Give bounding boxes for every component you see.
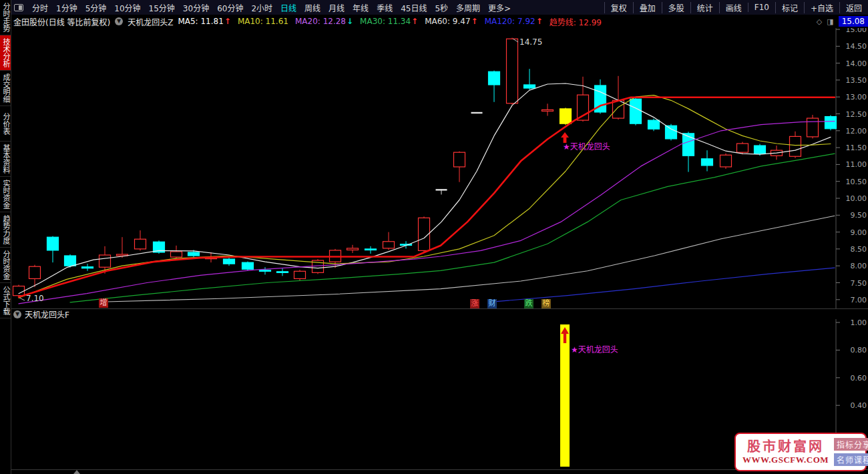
sidebar-item[interactable]: 趋势力度	[0, 212, 11, 248]
diamond-icon[interactable]: ◇	[817, 17, 822, 26]
period-tab[interactable]: 5秒	[431, 2, 452, 13]
hot-tag-榜[interactable]: 榜	[541, 299, 551, 308]
high-price-label: 14.75	[519, 37, 542, 47]
toolbar-button[interactable]: 统计	[690, 2, 719, 13]
trend-arrow-icon: ↑	[411, 17, 418, 26]
svg-text:11.00: 11.00	[846, 160, 867, 169]
watermark-tag-indicator-share: 指标分享	[834, 438, 868, 451]
toolbar-buttons: 复权叠加多股统计画线F10标记+自选返回	[604, 2, 868, 13]
svg-text:12.50: 12.50	[846, 110, 867, 119]
trend-arrow-icon: ↓	[347, 17, 353, 26]
period-tab[interactable]: 季线	[373, 2, 397, 13]
svg-text:12.00: 12.00	[846, 127, 867, 136]
trend-arrow-icon: ↑	[536, 17, 543, 26]
ma-value: MA60: 9.47↑	[425, 17, 477, 26]
svg-text:15.00: 15.00	[846, 28, 867, 34]
sidebar-item[interactable]: 分时资金	[0, 248, 11, 283]
svg-text:10.00: 10.00	[846, 194, 867, 203]
panel-toggle-icon[interactable]	[14, 4, 23, 11]
sidebar-item[interactable]: 技术分析	[0, 35, 11, 71]
svg-text:10.50: 10.50	[846, 178, 867, 186]
price-highlight-box: 15.08	[839, 16, 868, 27]
svg-text:0.40: 0.40	[851, 401, 867, 410]
sidebar-item[interactable]: 成交明细	[0, 71, 11, 106]
sub-panel-header: ▼ 天机龙回头F	[11, 309, 868, 319]
toolbar-button[interactable]: F10	[748, 3, 775, 12]
period-tab[interactable]: 10分钟	[110, 2, 144, 13]
period-tab[interactable]: 周线	[300, 2, 324, 13]
sidebar-item[interactable]: 公式下载	[0, 283, 11, 318]
chevron-down-circle-icon[interactable]: ▼	[13, 310, 21, 318]
period-tab[interactable]: 月线	[324, 2, 349, 13]
trend-arrow-icon: ↑	[224, 17, 231, 26]
header-right-group: ◇ ◨ 15.08	[817, 16, 868, 27]
toolbar-button[interactable]: 标记	[775, 2, 804, 13]
period-tab[interactable]: 更多>	[484, 2, 515, 13]
hot-tag-财[interactable]: 财	[487, 299, 497, 308]
period-tab[interactable]: 45日线	[397, 2, 431, 13]
svg-text:14.00: 14.00	[846, 59, 867, 68]
period-tab[interactable]: 60分钟	[213, 2, 247, 13]
ma-value: MA5: 11.81↑	[178, 17, 230, 26]
ma-values: MA5: 11.81↑MA10: 11.61MA20: 12.28↓MA30: …	[178, 16, 602, 27]
stock-title: 金田股份(日线 等比前复权)	[13, 16, 110, 27]
chevron-down-circle-icon[interactable]: ▼	[115, 17, 123, 25]
signal-label: ★天机龙回头	[563, 140, 610, 152]
split-window-icon[interactable]: ◨	[827, 17, 833, 26]
svg-text:9.00: 9.00	[851, 228, 867, 237]
hot-tag-涨[interactable]: 涨	[470, 299, 479, 308]
ma-value: 趋势线: 12.99	[550, 16, 602, 27]
period-tab[interactable]: 30分钟	[179, 2, 213, 13]
toolbar-button[interactable]: 画线	[719, 2, 748, 13]
svg-text:8.50: 8.50	[851, 245, 867, 254]
period-tab[interactable]: 2小时	[247, 2, 276, 13]
toolbar-button[interactable]: +自选	[804, 2, 839, 13]
watermark-tag-teacher-course: 名师课程	[834, 453, 868, 466]
watermark-site-url: WWW.GSCFW.COM	[742, 455, 829, 465]
low-price-label: 7.10	[26, 294, 44, 303]
signal-label: ★天机龙回头	[571, 343, 618, 354]
sidebar-item[interactable]: 实时资金	[0, 177, 11, 212]
period-tabs: 分时1分钟5分钟10分钟15分钟30分钟60分钟2小时日线周线月线年线季线45日…	[28, 2, 515, 13]
ma-value: MA10: 11.61	[238, 17, 288, 26]
period-tab[interactable]: 1分钟	[52, 2, 81, 13]
watermark-site-name: 股市财富网	[747, 439, 824, 455]
toolbar-button[interactable]: 多股	[662, 2, 690, 13]
period-tab[interactable]: 5分钟	[81, 2, 111, 13]
svg-text:8.00: 8.00	[851, 262, 867, 270]
sub-indicator-name: 天机龙回头F	[25, 308, 69, 320]
toolbar-button[interactable]: 叠加	[633, 2, 662, 13]
period-tab[interactable]: 分时	[28, 2, 52, 13]
zeng-tag[interactable]: 增	[99, 298, 108, 308]
main-chart-canvas[interactable]: 15.0014.5014.0013.5013.0012.5012.0011.50…	[11, 28, 868, 308]
svg-text:0.60: 0.60	[851, 374, 867, 383]
toolbar-button[interactable]: 返回	[839, 2, 868, 13]
sidebar-item[interactable]: 分价表	[0, 106, 11, 142]
chart-header: 金田股份(日线 等比前复权) ▼ 天机龙回头Z MA5: 11.81↑MA10:…	[11, 15, 868, 28]
scrollbar-marker[interactable]	[73, 470, 80, 474]
period-tab[interactable]: 多周期	[452, 2, 484, 13]
svg-text:7.50: 7.50	[851, 279, 867, 288]
ma-value: MA30: 11.34↑	[360, 17, 418, 26]
top-toolbar: 分时1分钟5分钟10分钟15分钟30分钟60分钟2小时日线周线月线年线季线45日…	[11, 0, 868, 15]
hot-tag-跌[interactable]: 跌	[524, 299, 533, 308]
toolbar-button[interactable]: 复权	[604, 2, 633, 13]
left-sidebar: 分时走势技术分析成交明细分价表基本资料实时资金趋势力度分时资金公式下载	[0, 0, 11, 474]
sidebar-item[interactable]: 基本资料	[0, 142, 11, 177]
svg-text:0.80: 0.80	[851, 346, 867, 354]
trend-arrow-icon: ↑	[471, 17, 478, 26]
svg-text:13.50: 13.50	[846, 76, 867, 85]
period-tab[interactable]: 年线	[349, 2, 373, 13]
overlay-indicator-name: 天机龙回头Z	[128, 16, 173, 27]
ma-value: MA20: 12.28↓	[295, 17, 353, 26]
period-tab[interactable]: 15分钟	[145, 2, 179, 13]
sidebar-item[interactable]: 分时走势	[0, 0, 11, 35]
svg-text:13.00: 13.00	[846, 93, 867, 101]
svg-text:9.50: 9.50	[851, 211, 867, 220]
ma-value: MA120: 7.92↑	[485, 17, 543, 26]
candlestick-chart: 15.0014.5014.0013.5013.0012.5012.0011.50…	[11, 28, 868, 308]
svg-text:14.50: 14.50	[846, 42, 867, 51]
svg-text:7.00: 7.00	[851, 296, 867, 304]
watermark-badge: 股市财富网 WWW.GSCFW.COM 指标分享 名师课程	[734, 433, 867, 471]
period-tab[interactable]: 日线	[276, 2, 300, 13]
